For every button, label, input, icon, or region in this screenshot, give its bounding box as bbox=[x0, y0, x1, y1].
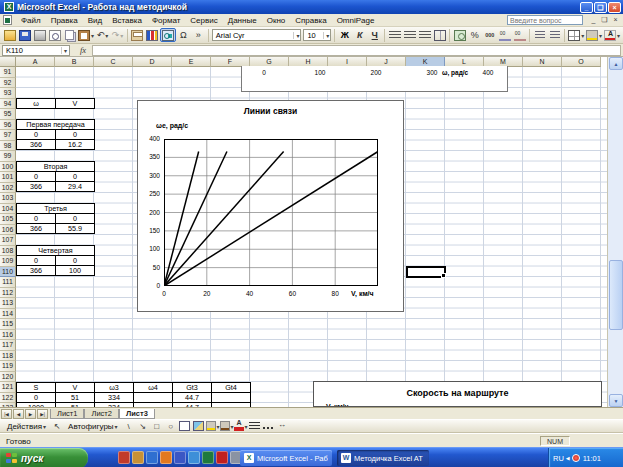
table-cell[interactable]: 44.7 bbox=[173, 402, 212, 407]
chart-skorost-na-marshrute[interactable]: Скорость на маршруте V, км/ч bbox=[313, 381, 602, 407]
row-header-102[interactable]: 102 bbox=[0, 183, 16, 194]
table-cell[interactable]: 0 bbox=[56, 214, 95, 224]
column-header-E[interactable]: E bbox=[172, 57, 211, 67]
table-cell[interactable] bbox=[134, 392, 173, 402]
menu-item-edit[interactable]: Правка bbox=[46, 16, 83, 25]
row-header-98[interactable]: 98 bbox=[0, 141, 16, 152]
table-cell[interactable]: 0 bbox=[17, 130, 56, 140]
paste-dropdown-icon[interactable]: ▾ bbox=[91, 32, 94, 39]
fill-color-button[interactable]: ▾ bbox=[585, 28, 603, 42]
workbook-restore-button[interactable]: ❏ bbox=[600, 16, 609, 24]
task-button-1[interactable]: XMicrosoft Excel - Раб... bbox=[240, 450, 332, 466]
table-cell[interactable]: 366 bbox=[17, 224, 56, 234]
name-box[interactable]: K110 ▾ bbox=[2, 45, 70, 56]
row-header-113[interactable]: 113 bbox=[0, 298, 16, 309]
fill-color-dropdown-icon[interactable]: ▾ bbox=[599, 32, 602, 39]
table-cell[interactable]: ω4 bbox=[134, 382, 173, 392]
row-header-117[interactable]: 117 bbox=[0, 340, 16, 351]
vertical-scrollbar-thumb[interactable] bbox=[609, 260, 623, 330]
row-header-116[interactable]: 116 bbox=[0, 330, 16, 341]
tab-nav-button-2[interactable]: ▶ bbox=[25, 409, 36, 419]
table-cell[interactable]: 0 bbox=[56, 130, 95, 140]
table-cell[interactable]: ω3 bbox=[95, 382, 134, 392]
row-header-118[interactable]: 118 bbox=[0, 351, 16, 362]
table-cell[interactable]: ω bbox=[17, 99, 56, 109]
sheet-tab-лист3[interactable]: Лист3 bbox=[119, 409, 155, 419]
table-cell[interactable]: Третья bbox=[17, 204, 95, 214]
row-header-109[interactable]: 109 bbox=[0, 256, 16, 267]
column-header-C[interactable]: C bbox=[94, 57, 133, 67]
font-size-dropdown-icon[interactable]: ▾ bbox=[323, 32, 329, 39]
row-header-122[interactable]: 122 bbox=[0, 393, 16, 404]
table-cell[interactable]: 0 bbox=[17, 256, 56, 266]
route-table[interactable]: SVω3ω4Gt3Gt405133444.710005133444.7 bbox=[16, 382, 251, 408]
save-button[interactable] bbox=[17, 28, 32, 42]
insert-function-icon[interactable]: fx bbox=[80, 45, 86, 55]
sheet-tab-лист1[interactable]: Лист1 bbox=[50, 409, 84, 419]
table-cell[interactable]: 366 bbox=[17, 266, 56, 276]
row-header-115[interactable]: 115 bbox=[0, 319, 16, 330]
decrease-decimal-button[interactable] bbox=[512, 28, 527, 42]
language-indicator[interactable]: RU bbox=[553, 454, 564, 463]
font-name-combo[interactable]: Arial Cyr▾ bbox=[212, 29, 302, 41]
redo-button[interactable]: ↷▾ bbox=[110, 28, 125, 42]
menu-item-omnipage[interactable]: OmniPage bbox=[332, 16, 380, 25]
row-header-91[interactable]: 91 bbox=[0, 67, 16, 78]
workbook-minimize-button[interactable]: _ bbox=[589, 16, 598, 24]
row-header-94[interactable]: 94 bbox=[0, 99, 16, 110]
table-cell[interactable]: 55.9 bbox=[56, 224, 95, 234]
italic-button[interactable]: К bbox=[352, 28, 367, 42]
menu-item-window[interactable]: Окно bbox=[262, 16, 291, 25]
table-cell[interactable]: Вторая bbox=[17, 162, 95, 172]
restore-button[interactable]: ❏ bbox=[594, 2, 607, 13]
tab-nav-button-1[interactable]: ◀ bbox=[13, 409, 24, 419]
row-header-101[interactable]: 101 bbox=[0, 172, 16, 183]
table-cell[interactable]: 100 bbox=[56, 266, 95, 276]
table-cell[interactable]: 366 bbox=[17, 140, 56, 150]
table-cell[interactable]: S bbox=[17, 382, 56, 392]
gear-section-table[interactable]: Первая передача0036616.2 bbox=[16, 119, 95, 150]
quick-launch-icon-6[interactable] bbox=[188, 451, 200, 464]
actions-button[interactable]: Действия▾ bbox=[3, 422, 50, 431]
print-preview-button[interactable] bbox=[47, 28, 62, 42]
menu-item-data[interactable]: Данные bbox=[223, 16, 262, 25]
column-header-N[interactable]: N bbox=[523, 57, 562, 67]
autoshapes-dropdown-icon[interactable]: ▾ bbox=[115, 423, 118, 430]
font-size-combo[interactable]: 10▾ bbox=[303, 29, 331, 41]
line-button[interactable]: \ bbox=[122, 420, 136, 432]
row-header-99[interactable]: 99 bbox=[0, 151, 16, 162]
table-cell[interactable]: 334 bbox=[95, 402, 134, 407]
formula-input[interactable] bbox=[92, 45, 621, 56]
row-header-111[interactable]: 111 bbox=[0, 277, 16, 288]
decrease-indent-button[interactable] bbox=[532, 28, 547, 42]
borders-dropdown-icon[interactable]: ▾ bbox=[581, 32, 584, 39]
chart-omega-axis-fragment[interactable]: 0100200300400 ω, рад/с bbox=[241, 66, 508, 92]
dash-style-button[interactable] bbox=[262, 420, 276, 432]
tab-nav-button-0[interactable]: |◀ bbox=[1, 409, 12, 419]
column-header-A[interactable]: A bbox=[16, 57, 55, 67]
scroll-up-icon[interactable]: ▲ bbox=[609, 57, 623, 70]
undo-dropdown-icon[interactable]: ▾ bbox=[105, 32, 108, 39]
watch-window-button[interactable] bbox=[130, 28, 145, 42]
table-cell[interactable]: V bbox=[56, 382, 95, 392]
table-cell[interactable]: 0 bbox=[56, 172, 95, 182]
table-cell[interactable]: 0 bbox=[17, 392, 56, 402]
insert-picture-button[interactable] bbox=[192, 420, 206, 432]
scroll-down-icon[interactable]: ▼ bbox=[609, 394, 623, 407]
row-header-93[interactable]: 93 bbox=[0, 88, 16, 99]
align-left-button[interactable] bbox=[387, 28, 402, 42]
table-cell[interactable]: Gt4 bbox=[212, 382, 251, 392]
row-header-106[interactable]: 106 bbox=[0, 225, 16, 236]
menu-item-insert[interactable]: Вставка bbox=[107, 16, 147, 25]
quick-launch-icon-5[interactable] bbox=[174, 451, 186, 464]
menu-item-view[interactable]: Вид bbox=[83, 16, 107, 25]
menu-item-tools[interactable]: Сервис bbox=[185, 16, 222, 25]
row-header-97[interactable]: 97 bbox=[0, 130, 16, 141]
paste-button[interactable]: ▾ bbox=[77, 28, 95, 42]
table-cell[interactable]: 366 bbox=[17, 182, 56, 192]
row-header-110[interactable]: 110 bbox=[0, 267, 16, 278]
row-header-121[interactable]: 121 bbox=[0, 382, 16, 393]
row-header-104[interactable]: 104 bbox=[0, 204, 16, 215]
oval-button[interactable]: ○ bbox=[164, 420, 178, 432]
gear-section-table[interactable]: Вторая0036629.4 bbox=[16, 161, 95, 192]
